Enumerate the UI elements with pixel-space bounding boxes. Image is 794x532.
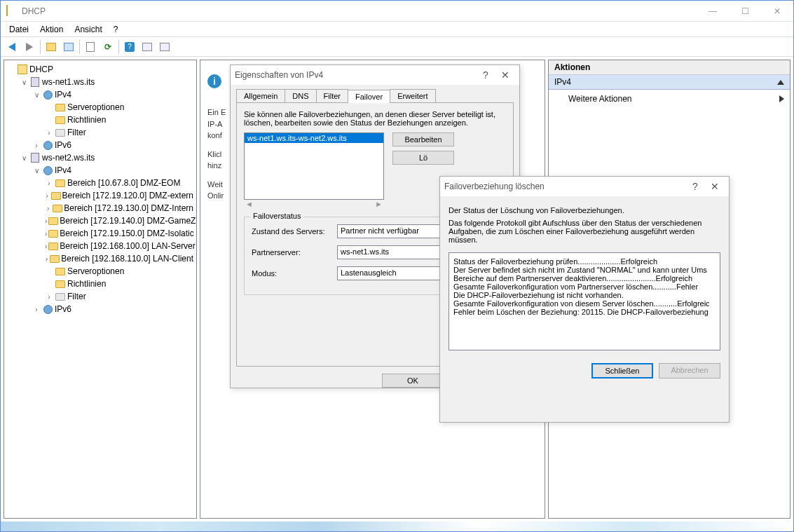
tree-label: Bereich [192.168.100.0] LAN-Server bbox=[60, 241, 195, 251]
tab-failover[interactable]: Failover bbox=[348, 90, 390, 103]
dialog-titlebar[interactable]: Eigenschaften von IPv4 ? ✕ bbox=[231, 65, 519, 85]
globe-icon bbox=[42, 303, 53, 315]
forward-button[interactable] bbox=[21, 39, 38, 55]
up-button[interactable] bbox=[43, 39, 60, 55]
help-icon[interactable]: ? bbox=[685, 181, 705, 192]
tree-scope-5[interactable]: ›Bereich [192.168.100.0] LAN-Server bbox=[42, 240, 196, 252]
tree-server1[interactable]: ∨ ws-net1.ws.its bbox=[17, 76, 196, 88]
chevron-right-icon[interactable]: › bbox=[45, 205, 51, 212]
tree-scope-0[interactable]: ›Bereich [10.67.8.0] DMZ-EOM bbox=[42, 177, 196, 189]
close-button[interactable]: ✕ bbox=[761, 1, 793, 22]
tab-erweitert[interactable]: Erweitert bbox=[390, 89, 435, 102]
chevron-right-icon[interactable]: › bbox=[32, 306, 41, 313]
tree-server2-ipv4[interactable]: ∨ IPv4 bbox=[29, 164, 196, 177]
delete-button[interactable]: Lö bbox=[392, 151, 454, 165]
collapse-icon[interactable] bbox=[777, 80, 784, 85]
tree-root-dhcp[interactable]: DHCP bbox=[4, 63, 196, 76]
chevron-right-icon[interactable]: › bbox=[45, 255, 48, 263]
tree-server1-serveroptions[interactable]: Serveroptionen bbox=[42, 101, 196, 114]
ok-button[interactable]: OK bbox=[382, 374, 444, 388]
relationship-item-selected[interactable]: ws-net1.ws.its-ws-net2.ws.its bbox=[245, 133, 383, 143]
actions-more[interactable]: Weitere Aktionen bbox=[549, 90, 790, 108]
folder-icon bbox=[55, 266, 66, 277]
tree-label: Serveroptionen bbox=[67, 266, 124, 276]
show-hide-button[interactable] bbox=[60, 39, 77, 55]
tree-server2-filter[interactable]: ›Filter bbox=[42, 290, 196, 303]
tree-scope-2[interactable]: ›Bereich [172.19.130.0] DMZ-Intern bbox=[42, 202, 196, 214]
folder-icon bbox=[48, 228, 58, 239]
menu-help[interactable]: ? bbox=[108, 23, 124, 36]
cancel-dialog-button: Abbrechen bbox=[659, 363, 720, 378]
chevron-right-icon[interactable]: › bbox=[45, 243, 47, 250]
folder-icon bbox=[55, 127, 66, 138]
dialog-title: Failoverbeziehung löschen bbox=[444, 182, 685, 191]
menu-file[interactable]: Datei bbox=[4, 23, 34, 36]
log-output[interactable]: Status der Failoverbeziehung prüfen.....… bbox=[449, 252, 720, 350]
toolbar: ⟳ ? bbox=[1, 37, 793, 57]
tree-label: IPv6 bbox=[55, 140, 71, 150]
tree-scope-4[interactable]: ›Bereich [172.19.150.0] DMZ-Isolatic bbox=[42, 227, 196, 240]
tree-label: ws-net1.ws.its bbox=[42, 77, 95, 87]
folder-icon bbox=[55, 114, 66, 125]
fieldset-legend: Failoverstatus bbox=[250, 212, 303, 220]
actions-section-label: IPv4 bbox=[554, 77, 571, 87]
dialog-titlebar[interactable]: Failoverbeziehung löschen ? ✕ bbox=[440, 177, 729, 196]
tree-server2-serveroptions[interactable]: Serveroptionen bbox=[42, 265, 196, 278]
chevron-right-icon[interactable]: › bbox=[45, 179, 53, 187]
actions-header: Aktionen bbox=[549, 60, 790, 75]
tree-scope-6[interactable]: ›Bereich [192.168.110.0] LAN-Client bbox=[42, 252, 196, 265]
help-icon[interactable]: ? bbox=[476, 69, 495, 81]
maximize-button[interactable]: ☐ bbox=[729, 1, 761, 22]
intro-2: Das folgende Protokoll gibt Aufschluss ü… bbox=[449, 219, 720, 244]
taskbar-hint bbox=[1, 521, 793, 531]
chevron-right-icon bbox=[779, 95, 784, 102]
close-icon[interactable]: ✕ bbox=[495, 69, 515, 81]
dialog-title: Eigenschaften von IPv4 bbox=[235, 70, 476, 80]
help-button[interactable]: ? bbox=[121, 39, 138, 55]
chevron-right-icon[interactable]: › bbox=[45, 217, 47, 225]
tab-dns[interactable]: DNS bbox=[285, 89, 316, 102]
properties-button[interactable] bbox=[82, 39, 99, 55]
chevron-right-icon[interactable]: › bbox=[45, 192, 50, 200]
action-icon-2[interactable] bbox=[156, 39, 173, 55]
close-dialog-button[interactable]: Schließen bbox=[591, 363, 653, 378]
edit-button[interactable]: Bearbeiten bbox=[392, 132, 454, 146]
dhcp-icon bbox=[17, 64, 28, 75]
tree-server2[interactable]: ∨ ws-net2.ws.its bbox=[17, 151, 196, 164]
globe-icon bbox=[42, 139, 53, 151]
close-icon[interactable]: ✕ bbox=[705, 181, 725, 192]
chevron-right-icon[interactable]: › bbox=[45, 293, 53, 301]
relationship-listbox[interactable]: ws-net1.ws.its-ws-net2.ws.its bbox=[244, 132, 384, 200]
back-button[interactable] bbox=[4, 39, 20, 55]
tree-server1-richtlinien[interactable]: Richtlinien bbox=[42, 114, 196, 126]
tree-server1-filter[interactable]: ›Filter bbox=[42, 126, 196, 139]
tree-label: Serveroptionen bbox=[67, 102, 124, 112]
chevron-down-icon[interactable]: ∨ bbox=[20, 79, 28, 86]
tree-label: Bereich [172.19.120.0] DMZ-extern bbox=[62, 191, 193, 200]
window-title: DHCP bbox=[22, 6, 697, 16]
chevron-down-icon[interactable]: ∨ bbox=[32, 167, 41, 175]
folder-icon bbox=[55, 177, 66, 189]
tab-filter[interactable]: Filter bbox=[316, 89, 348, 102]
tab-allgemein[interactable]: Allgemein bbox=[236, 89, 285, 102]
partner-label: Partnerserver: bbox=[252, 248, 337, 257]
chevron-down-icon[interactable]: ∨ bbox=[32, 91, 41, 99]
chevron-right-icon[interactable]: › bbox=[32, 142, 41, 149]
tree-server2-richtlinien[interactable]: Richtlinien bbox=[42, 278, 196, 290]
refresh-button[interactable]: ⟳ bbox=[100, 39, 116, 55]
chevron-right-icon[interactable]: › bbox=[45, 230, 47, 238]
tree-scope-3[interactable]: ›Bereich [172.19.140.0] DMZ-GameZ bbox=[42, 214, 196, 227]
action-icon-1[interactable] bbox=[139, 39, 156, 55]
menu-action[interactable]: Aktion bbox=[34, 23, 69, 36]
tree-label: IPv4 bbox=[55, 165, 71, 175]
minimize-button[interactable]: — bbox=[697, 1, 729, 22]
intro-text: Sie können alle Failoverbeziehungen, an … bbox=[244, 110, 506, 127]
menu-view[interactable]: Ansicht bbox=[69, 23, 107, 36]
tree-scope-1[interactable]: ›Bereich [172.19.120.0] DMZ-extern bbox=[42, 189, 196, 202]
chevron-right-icon[interactable]: › bbox=[45, 129, 53, 137]
tree-server1-ipv6[interactable]: ›IPv6 bbox=[29, 139, 196, 151]
tree-server2-ipv6[interactable]: ›IPv6 bbox=[29, 303, 196, 315]
chevron-down-icon[interactable]: ∨ bbox=[20, 154, 28, 162]
tree-server1-ipv4[interactable]: ∨ IPv4 bbox=[29, 88, 196, 101]
actions-section-ipv4[interactable]: IPv4 bbox=[549, 75, 790, 90]
